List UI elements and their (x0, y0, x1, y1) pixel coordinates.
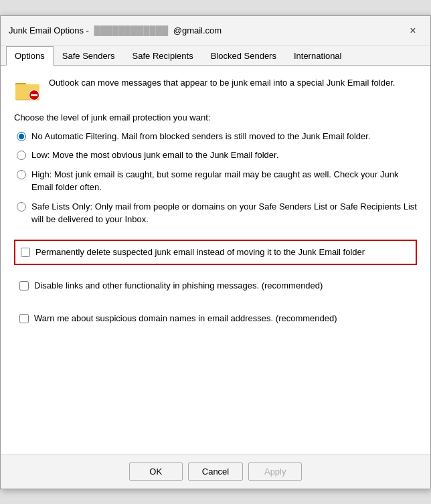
checkbox-disable-links-label: Disable links and other functionality in… (34, 280, 323, 292)
radio-high[interactable]: High: Most junk email is caught, but som… (17, 169, 417, 194)
tab-international[interactable]: International (285, 46, 351, 66)
checkbox-disable-links-input[interactable] (19, 281, 29, 290)
apply-button[interactable]: Apply (248, 463, 302, 481)
junk-email-dialog: Junk Email Options - ████████████ @gmail… (0, 15, 431, 489)
title-text: Junk Email Options - (9, 25, 89, 35)
tab-options[interactable]: Options (6, 46, 54, 66)
checkbox-permanently-delete-label: Permanently delete suspected junk email … (35, 246, 365, 259)
radio-no-filter-label: No Automatic Filtering. Mail from blocke… (31, 131, 371, 143)
checkbox-section: Permanently delete suspected junk email … (14, 240, 417, 331)
cancel-button[interactable]: Cancel (188, 463, 243, 481)
email-redacted: ████████████ (94, 25, 169, 35)
radio-group: No Automatic Filtering. Mail from blocke… (14, 131, 417, 226)
checkbox-warn-suspicious[interactable]: Warn me about suspicious domain names in… (14, 307, 417, 331)
checkbox-warn-suspicious-label: Warn me about suspicious domain names in… (34, 313, 337, 325)
title-bar: Junk Email Options - ████████████ @gmail… (1, 16, 430, 46)
footer: OK Cancel Apply (1, 454, 430, 489)
radio-safe-lists-only-input[interactable] (17, 202, 26, 212)
radio-no-filter[interactable]: No Automatic Filtering. Mail from blocke… (17, 131, 417, 143)
checkbox-permanently-delete-input[interactable] (21, 248, 30, 257)
radio-high-input[interactable] (17, 170, 26, 179)
checkbox-disable-links[interactable]: Disable links and other functionality in… (14, 274, 417, 298)
radio-low-label: Low: Move the most obvious junk email to… (31, 149, 278, 162)
tab-safe-senders[interactable]: Safe Senders (54, 46, 124, 66)
close-button[interactable]: × (404, 21, 422, 40)
tab-blocked-senders[interactable]: Blocked Senders (202, 46, 285, 66)
radio-low-input[interactable] (17, 151, 26, 160)
ok-button[interactable]: OK (129, 463, 183, 481)
tab-bar: Options Safe Senders Safe Recipients Blo… (1, 46, 430, 66)
intro-section: Outlook can move messages that appear to… (14, 76, 417, 102)
title-email: @gmail.com (173, 25, 222, 35)
checkbox-permanently-delete[interactable]: Permanently delete suspected junk email … (14, 240, 417, 266)
intro-text: Outlook can move messages that appear to… (49, 76, 395, 90)
tab-content: Outlook can move messages that appear to… (1, 66, 430, 454)
folder-icon (14, 78, 41, 102)
radio-low[interactable]: Low: Move the most obvious junk email to… (17, 149, 417, 162)
radio-safe-lists-only[interactable]: Safe Lists Only: Only mail from people o… (17, 201, 417, 226)
tab-safe-recipients[interactable]: Safe Recipients (124, 46, 202, 66)
radio-high-label: High: Most junk email is caught, but som… (31, 169, 417, 194)
radio-no-filter-input[interactable] (17, 132, 26, 141)
radio-safe-lists-only-label: Safe Lists Only: Only mail from people o… (31, 201, 417, 226)
dialog-title: Junk Email Options - ████████████ @gmail… (9, 25, 222, 35)
protection-label: Choose the level of junk email protectio… (14, 112, 417, 122)
checkbox-warn-suspicious-input[interactable] (19, 314, 29, 323)
